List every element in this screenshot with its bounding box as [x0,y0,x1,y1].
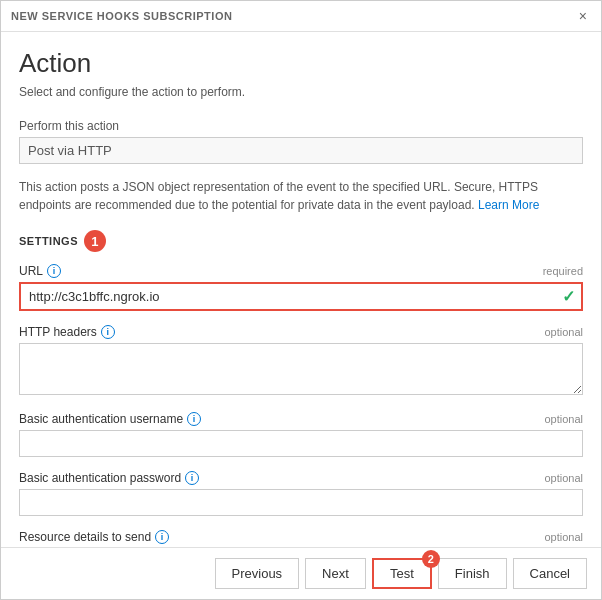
url-field-row: URL i required ✓ [19,264,583,311]
url-info-icon: i [47,264,61,278]
basic-auth-username-input[interactable] [19,430,583,457]
url-input-wrapper: ✓ [19,282,583,311]
settings-label: SETTINGS [19,235,78,247]
settings-header: SETTINGS 1 [19,230,583,252]
test-badge: 2 [422,550,440,568]
http-headers-field-header: HTTP headers i optional [19,325,583,339]
next-button[interactable]: Next [305,558,366,589]
url-checkmark: ✓ [562,287,575,306]
settings-badge: 1 [84,230,106,252]
resource-details-optional: optional [544,531,583,543]
finish-button[interactable]: Finish [438,558,507,589]
basic-auth-password-input[interactable] [19,489,583,516]
http-headers-info-icon: i [101,325,115,339]
resource-details-header: Resource details to send i optional [19,530,583,544]
resource-details-row: Resource details to send i optional [19,530,583,544]
basic-auth-password-header: Basic authentication password i optional [19,471,583,485]
url-field-header: URL i required [19,264,583,278]
close-button[interactable]: × [575,9,591,23]
perform-action-label: Perform this action [19,119,583,133]
page-title: Action [19,48,583,79]
basic-auth-username-optional: optional [544,413,583,425]
url-field-label: URL i [19,264,61,278]
previous-button[interactable]: Previous [215,558,300,589]
perform-action-input[interactable] [19,137,583,164]
dialog-footer: Previous Next Test 2 Finish Cancel [1,547,601,599]
basic-auth-password-optional: optional [544,472,583,484]
dialog: NEW SERVICE HOOKS SUBSCRIPTION × Action … [0,0,602,600]
dialog-titlebar: NEW SERVICE HOOKS SUBSCRIPTION × [1,1,601,32]
resource-details-label: Resource details to send i [19,530,169,544]
basic-auth-password-row: Basic authentication password i optional [19,471,583,516]
dialog-title: NEW SERVICE HOOKS SUBSCRIPTION [11,10,232,22]
http-headers-label: HTTP headers i [19,325,115,339]
learn-more-link[interactable]: Learn More [478,198,539,212]
http-headers-field-row: HTTP headers i optional [19,325,583,398]
resource-details-info-icon: i [155,530,169,544]
perform-action-group: Perform this action [19,119,583,164]
basic-auth-username-row: Basic authentication username i optional [19,412,583,457]
basic-auth-username-info-icon: i [187,412,201,426]
description-text: This action posts a JSON object represen… [19,178,583,214]
http-headers-input[interactable] [19,343,583,395]
basic-auth-password-info-icon: i [185,471,199,485]
url-input[interactable] [19,282,583,311]
http-headers-optional: optional [544,326,583,338]
basic-auth-password-label: Basic authentication password i [19,471,199,485]
basic-auth-username-header: Basic authentication username i optional [19,412,583,426]
cancel-button[interactable]: Cancel [513,558,587,589]
basic-auth-username-label: Basic authentication username i [19,412,201,426]
dialog-content: Action Select and configure the action t… [1,32,601,547]
page-subtitle: Select and configure the action to perfo… [19,85,583,99]
test-button[interactable]: Test 2 [372,558,432,589]
url-required-label: required [543,265,583,277]
